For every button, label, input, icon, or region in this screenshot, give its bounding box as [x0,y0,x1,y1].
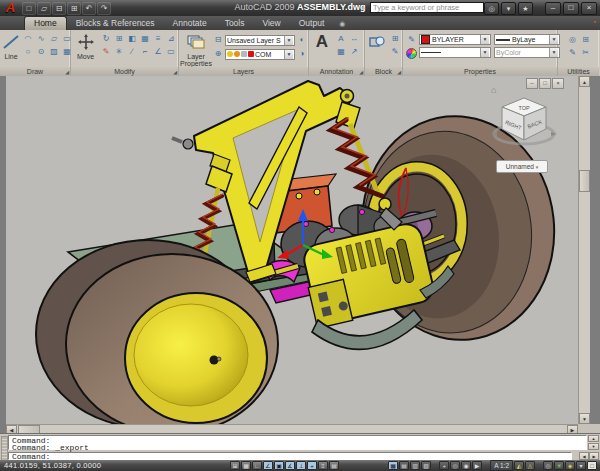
object-color-dropdown[interactable]: BYLAYER ▼ [419,34,491,45]
model-button[interactable]: ▦ [388,461,398,470]
scroll-left-icon[interactable]: ◀ [579,452,589,460]
coordinate-display[interactable]: 441.0159, 51.0387, 0.0000 [4,461,101,470]
panel-label-properties[interactable]: Properties [403,67,557,76]
infocenter-search-input[interactable] [370,2,484,13]
tab-view[interactable]: View [253,17,289,30]
dimension-icon[interactable]: ↔ [348,33,360,45]
quick-select-icon[interactable]: ✎ [567,47,579,59]
panel-label-draw[interactable]: Draw [0,67,70,76]
tab-home[interactable]: Home [24,16,67,30]
command-window-grip[interactable] [1,436,8,461]
panel-label-utilities[interactable]: Utilities [558,67,599,76]
autocad-logo-menu-button[interactable]: A [2,0,19,15]
layer-state-dropdown[interactable]: Unsaved Layer S ▼ [225,35,295,46]
tab-annotate[interactable]: Annotate [164,17,216,30]
save-file-icon[interactable]: ⊟ [52,2,66,15]
workspace-switch-icon[interactable]: ✳ [554,461,564,470]
dialog-launcher-icon[interactable]: ◢ [173,70,177,75]
steering-wheel-icon[interactable]: ◉ [461,461,471,470]
otrack-toggle[interactable]: ∡ [285,461,295,470]
ducs-toggle[interactable]: ⊥ [296,461,306,470]
tab-tools[interactable]: Tools [216,17,254,30]
search-dropdown-icon[interactable]: ▾ [501,2,516,15]
zoom-icon[interactable]: ◎ [450,461,460,470]
layer-match-icon[interactable]: ⊕ [213,48,223,60]
match-properties-icon[interactable]: ✎ [406,34,417,45]
command-history[interactable]: Command: Command: _export [8,435,587,450]
trim-icon[interactable]: ∕ [126,46,138,58]
circle-icon[interactable]: ○ [22,46,34,58]
chamfer-icon[interactable]: ∠ [152,46,164,58]
dialog-launcher-icon[interactable]: ◢ [397,70,401,75]
move-button[interactable]: Move [73,32,98,60]
command-input[interactable]: Command: [8,452,572,460]
offset-icon[interactable]: ≡ [152,33,164,45]
scroll-up-icon[interactable]: ▲ [588,435,599,442]
insert-block-button[interactable] [367,32,387,51]
hatch-icon[interactable]: ▨ [48,46,60,58]
polygon-icon[interactable]: ▱ [48,33,60,45]
ribbon-options-icon[interactable]: ◉ [339,20,345,30]
quick-view-layouts-icon[interactable]: ▥ [410,461,420,470]
panel-label-modify[interactable]: Modify [71,67,178,76]
dyn-toggle[interactable]: + [307,461,317,470]
redo-icon[interactable]: ↷ [97,2,111,15]
array-icon[interactable]: ▦ [139,33,151,45]
favorites-star-icon[interactable]: ★ [518,2,533,15]
ellipse-icon[interactable]: ⊙ [35,46,47,58]
new-file-icon[interactable]: □ [22,2,36,15]
layer-dropdown[interactable]: COM ▼ [225,49,295,60]
single-text-icon[interactable]: A [335,33,347,45]
osnap-toggle[interactable]: ▣ [274,461,284,470]
viewcube-cube[interactable]: TOP RIGHT BACK [502,98,546,140]
arc-icon[interactable]: ◠ [22,33,34,45]
edit-attributes-icon[interactable]: ✎ [389,46,401,58]
viewcube-home-icon[interactable]: ⌂ [491,85,496,95]
scroll-up-icon[interactable]: ▲ [579,76,590,87]
explode-icon[interactable]: ✳ [113,46,125,58]
clean-screen-button[interactable]: □ [587,461,597,470]
dialog-launcher-icon[interactable]: ◢ [359,70,363,75]
search-icon[interactable]: ◎ [484,2,499,15]
annotation-autoscale-icon[interactable]: ◬ [525,461,535,470]
close-button[interactable]: × [581,2,597,15]
lineweight-dropdown[interactable]: ByLaye ▼ [494,34,560,45]
panel-label-annotation[interactable]: Annotation [309,67,364,76]
plot-icon[interactable]: ⊞ [67,2,81,15]
tab-blocks-references[interactable]: Blocks & References [67,17,164,30]
pan-icon[interactable]: + [439,461,449,470]
table-icon[interactable]: ▦ [335,46,347,58]
cut-icon[interactable]: ✂ [580,47,592,59]
vertical-scroll-thumb[interactable] [579,170,590,192]
measure-icon[interactable]: ◎ [567,34,579,46]
qp-toggle[interactable]: ▤ [329,461,339,470]
panel-label-layers[interactable]: Layers [179,67,308,76]
dialog-launcher-icon[interactable]: ◢ [65,70,69,75]
leader-icon[interactable]: ↗ [348,46,360,58]
paste-icon[interactable]: ⊞ [580,34,592,46]
polyline-icon[interactable]: ∿ [35,33,47,45]
grid-toggle[interactable]: ▦ [241,461,251,470]
viewcube[interactable]: ⌂ TOP RIGHT BACK Unnamed ▾ [488,82,560,182]
ortho-toggle[interactable]: ∟ [252,461,262,470]
create-block-icon[interactable]: ⊞ [389,33,401,45]
doc-minimize-button[interactable]: – [526,78,538,89]
mirror-icon[interactable]: ◧ [126,33,138,45]
ribbon-minimize-icon[interactable]: ▪ [594,18,596,25]
named-view-button[interactable]: Unnamed ▾ [496,160,548,173]
erase-icon[interactable]: ✎ [100,46,112,58]
multiline-text-button[interactable]: A [311,32,333,51]
layer-properties-button[interactable]: LayerProperties [181,32,211,67]
pivot-pin[interactable] [183,139,193,149]
rotate-icon[interactable]: ↻ [100,33,112,45]
annotation-visibility-icon[interactable]: ◭ [514,461,524,470]
tab-output[interactable]: Output [290,17,334,30]
line-button[interactable]: Line [2,32,20,60]
color-wheel-icon[interactable] [406,48,417,59]
toolbar-lock-icon[interactable]: ◈ [565,461,575,470]
fillet-icon[interactable]: ⌐ [139,46,151,58]
scroll-down-icon[interactable]: ▼ [588,443,599,450]
undo-icon[interactable]: ↶ [82,2,96,15]
stretch-icon[interactable]: ▭ [165,46,177,58]
annotation-scale-button[interactable]: A 1:2 [490,460,513,471]
